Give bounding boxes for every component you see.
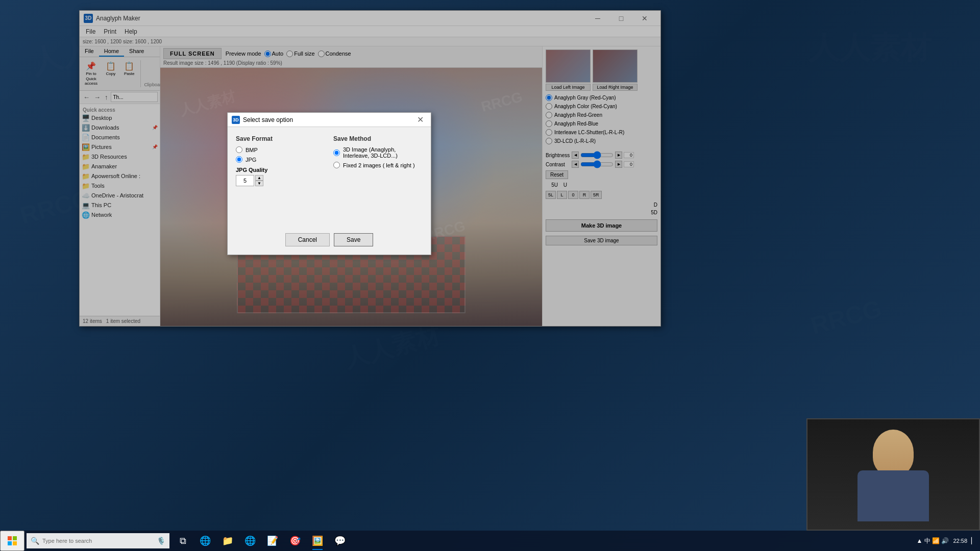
explorer-icon: 📁 bbox=[222, 535, 233, 546]
task-view-icon: ⧉ bbox=[180, 536, 186, 546]
svg-rect-1 bbox=[13, 536, 17, 540]
anaglyph-taskbar-icon: 🖼️ bbox=[312, 535, 323, 546]
modal-overlay: 3D Select save option ✕ Save Format BMP … bbox=[79, 10, 661, 327]
format-jpg-option[interactable]: JPG bbox=[236, 156, 325, 163]
cancel-button[interactable]: Cancel bbox=[285, 233, 330, 246]
show-desktop-button[interactable]: ▏ bbox=[971, 537, 976, 544]
save-method-section: Save Method 3D Image (Anaglyph, Interlea… bbox=[333, 135, 423, 186]
save-method-title: Save Method bbox=[333, 135, 423, 142]
search-icon: 🔍 bbox=[31, 537, 39, 545]
taskbar: 🔍 Type here to search 🎙️ ⧉ 🌐 📁 🌐 📝 🎯 🖼️ … bbox=[0, 531, 980, 551]
format-bmp-label: BMP bbox=[246, 147, 258, 153]
jpg-quality-input[interactable] bbox=[236, 175, 254, 186]
ie-icon: 🌐 bbox=[244, 535, 256, 546]
webcam-content bbox=[807, 419, 979, 530]
app1-icon: 🎯 bbox=[289, 535, 301, 546]
format-jpg-label: JPG bbox=[246, 157, 256, 163]
method-fixed-radio[interactable] bbox=[333, 162, 340, 168]
quality-down-button[interactable]: ▼ bbox=[255, 181, 263, 186]
taskbar-anaglyph[interactable]: 🖼️ bbox=[306, 531, 329, 551]
format-bmp-radio[interactable] bbox=[236, 146, 242, 153]
clock-time: 22:58 bbox=[953, 538, 967, 544]
method-fixed-label: Fixed 2 images ( left & right ) bbox=[343, 162, 415, 168]
modal-footer: Cancel Save bbox=[228, 229, 431, 255]
method-3d-option[interactable]: 3D Image (Anaglyph, Interleave, 3D-LCD..… bbox=[333, 146, 423, 159]
modal-sections: Save Format BMP JPG JPG Quality bbox=[236, 135, 423, 186]
taskbar-ie[interactable]: 🌐 bbox=[239, 531, 261, 551]
person-head bbox=[873, 430, 914, 475]
save-dialog: 3D Select save option ✕ Save Format BMP … bbox=[227, 112, 431, 255]
app2-icon: 💬 bbox=[334, 535, 346, 546]
svg-rect-2 bbox=[8, 541, 12, 545]
format-bmp-option[interactable]: BMP bbox=[236, 146, 325, 153]
save-format-title: Save Format bbox=[236, 135, 325, 142]
modal-icon: 3D bbox=[232, 116, 240, 124]
save-button[interactable]: Save bbox=[334, 233, 373, 246]
modal-title-bar: 3D Select save option ✕ bbox=[228, 113, 431, 127]
taskbar-task-view[interactable]: ⧉ bbox=[172, 531, 194, 551]
modal-body: Save Format BMP JPG JPG Quality bbox=[228, 127, 431, 229]
webcam-feed bbox=[807, 419, 979, 530]
taskbar-app-2[interactable]: 💬 bbox=[329, 531, 351, 551]
modal-title: Select save option bbox=[243, 116, 414, 123]
svg-rect-0 bbox=[8, 536, 12, 540]
method-fixed-option[interactable]: Fixed 2 images ( left & right ) bbox=[333, 162, 423, 168]
method-3d-radio[interactable] bbox=[333, 149, 340, 156]
webcam-overlay bbox=[806, 418, 980, 531]
person-body bbox=[857, 470, 929, 521]
save-format-section: Save Format BMP JPG JPG Quality bbox=[236, 135, 325, 186]
taskbar-edge[interactable]: 🌐 bbox=[194, 531, 216, 551]
jpg-quality-label: JPG Quality bbox=[236, 167, 325, 173]
taskbar-word[interactable]: 📝 bbox=[261, 531, 284, 551]
modal-close-button[interactable]: ✕ bbox=[414, 114, 427, 126]
svg-rect-3 bbox=[13, 541, 17, 545]
word-icon: 📝 bbox=[267, 535, 278, 546]
tray-icons: ▲ 中 📶 🔊 bbox=[917, 537, 949, 545]
quality-up-button[interactable]: ▲ bbox=[255, 175, 263, 181]
taskbar-apps: ⧉ 🌐 📁 🌐 📝 🎯 🖼️ 💬 bbox=[172, 531, 351, 551]
quality-arrow-group: ▲ ▼ bbox=[255, 175, 263, 186]
system-clock[interactable]: 22:58 bbox=[953, 538, 967, 544]
method-3d-label: 3D Image (Anaglyph, Interleave, 3D-LCD..… bbox=[343, 146, 423, 159]
start-button[interactable] bbox=[0, 531, 24, 551]
format-jpg-radio[interactable] bbox=[236, 156, 242, 163]
jpg-quality-spinner: ▲ ▼ bbox=[236, 175, 325, 186]
windows-icon bbox=[8, 536, 17, 545]
taskbar-explorer[interactable]: 📁 bbox=[216, 531, 239, 551]
jpg-quality-section: JPG Quality ▲ ▼ bbox=[236, 167, 325, 186]
taskbar-search-box[interactable]: 🔍 Type here to search 🎙️ bbox=[27, 533, 169, 548]
search-placeholder: Type here to search bbox=[42, 538, 92, 544]
edge-icon: 🌐 bbox=[200, 535, 211, 546]
taskbar-system-tray: ▲ 中 📶 🔊 22:58 ▏ bbox=[913, 537, 980, 545]
microphone-icon: 🎙️ bbox=[157, 537, 165, 545]
taskbar-app-1[interactable]: 🎯 bbox=[284, 531, 306, 551]
